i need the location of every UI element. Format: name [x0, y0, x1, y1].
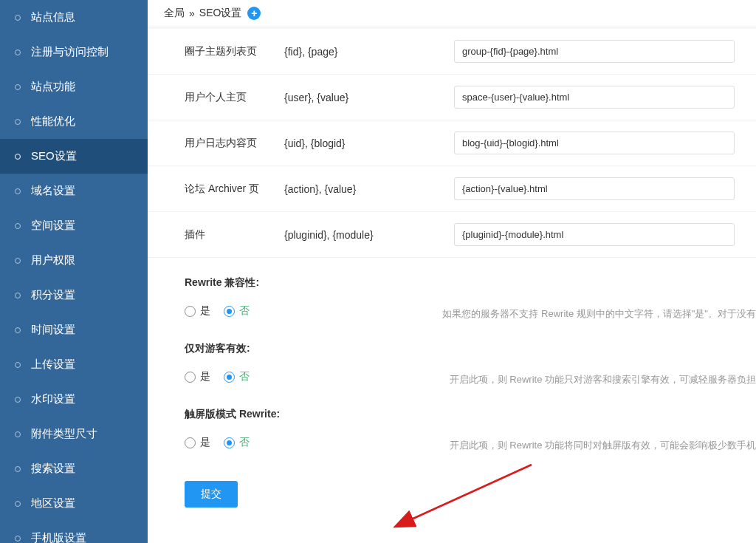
sidebar-item-3[interactable]: 性能优化 — [0, 104, 148, 139]
radio-guest-no[interactable]: 否 — [224, 370, 250, 383]
row-input-0[interactable] — [454, 40, 735, 63]
bullet-icon — [15, 293, 21, 298]
bullet-icon — [15, 119, 21, 125]
row-vars: {user}, {value} — [284, 92, 454, 103]
svg-line-1 — [410, 465, 532, 520]
radio-icon — [224, 306, 235, 317]
table-row: 论坛 Archiver 页{action}, {value} — [148, 166, 756, 212]
help-guest: 开启此项，则 Rewrite 功能只对游客和搜索引擎有效，可减轻服务器负担 — [450, 373, 756, 386]
row-label: 插件 — [185, 228, 284, 242]
sidebar-item-0[interactable]: 站点信息 — [0, 0, 148, 35]
help-compat: 如果您的服务器不支持 Rewrite 规则中的中文字符，请选择"是"。对于没有 — [442, 307, 756, 321]
sidebar-item-7[interactable]: 用户权限 — [0, 243, 148, 278]
bullet-icon — [15, 536, 21, 542]
sidebar-item-9[interactable]: 时间设置 — [0, 313, 148, 347]
bullet-icon — [15, 84, 21, 90]
sidebar-item-5[interactable]: 域名设置 — [0, 174, 148, 208]
sidebar-item-label: 域名设置 — [31, 184, 75, 198]
section-touch-title: 触屏版模式 Rewrite: — [185, 408, 756, 421]
radio-compat-yes[interactable]: 是 — [185, 304, 210, 318]
bullet-icon — [15, 154, 21, 160]
section-guest-title: 仅对游客有效: — [185, 342, 756, 355]
row-label: 圈子主题列表页 — [185, 45, 284, 58]
arrow-annotation-icon — [391, 457, 539, 539]
section-guest: 仅对游客有效: 是 否 开启此项，则 Rewrite 功能只对游客和搜索引擎有效… — [148, 324, 756, 389]
sidebar-item-label: 站点功能 — [31, 80, 75, 94]
sidebar-item-8[interactable]: 积分设置 — [0, 278, 148, 313]
table-row: 插件{pluginid}, {module} — [148, 212, 756, 258]
sidebar-item-13[interactable]: 搜索设置 — [0, 451, 148, 486]
bullet-icon — [15, 362, 21, 368]
sidebar-item-label: 空间设置 — [31, 219, 75, 233]
breadcrumb-separator: » — [189, 7, 195, 19]
submit-button[interactable]: 提交 — [185, 481, 238, 508]
row-vars: {pluginid}, {module} — [284, 229, 454, 241]
row-label: 用户个人主页 — [185, 91, 284, 104]
radio-icon — [185, 437, 196, 448]
section-compat: Rewrite 兼容性: 是 否 如果您的服务器不支持 Rewrite 规则中的… — [148, 258, 756, 324]
row-input-3[interactable] — [454, 177, 735, 200]
sidebar-item-4[interactable]: SEO设置 — [0, 139, 148, 174]
bullet-icon — [15, 49, 21, 55]
bullet-icon — [15, 501, 21, 507]
main: 全局 » SEO设置 + 圈子主题列表页{fid}, {page}用户个人主页{… — [148, 0, 756, 543]
breadcrumb-part1: 全局 — [164, 7, 185, 20]
radio-icon — [185, 306, 196, 317]
table-row: 用户个人主页{user}, {value} — [148, 75, 756, 120]
section-touch: 触屏版模式 Rewrite: 是 否 开启此项，则 Rewrite 功能将同时对… — [148, 389, 756, 455]
table-row: 用户日志内容页{uid}, {blogid} — [148, 120, 756, 166]
sidebar-item-10[interactable]: 上传设置 — [0, 347, 148, 382]
table-row: 圈子主题列表页{fid}, {page} — [148, 29, 756, 75]
sidebar: 站点信息注册与访问控制站点功能性能优化SEO设置域名设置空间设置用户权限积分设置… — [0, 0, 148, 543]
bullet-icon — [15, 188, 21, 194]
breadcrumb: 全局 » SEO设置 + — [148, 0, 756, 27]
bullet-icon — [15, 15, 21, 21]
sidebar-item-label: 用户权限 — [31, 253, 75, 267]
sidebar-item-15[interactable]: 手机版设置 — [0, 521, 148, 543]
bullet-icon — [15, 466, 21, 472]
sidebar-item-label: 附件类型尺寸 — [31, 427, 97, 441]
sidebar-item-label: 性能优化 — [31, 115, 75, 129]
radio-icon — [224, 372, 235, 383]
sidebar-item-label: 手机版设置 — [31, 531, 86, 543]
bullet-icon — [15, 258, 21, 264]
row-input-1[interactable] — [454, 86, 735, 109]
help-touch: 开启此项，则 Rewrite 功能将同时对触屏版有效，可能会影响极少数手机 — [450, 439, 756, 452]
sidebar-item-label: 站点信息 — [31, 10, 75, 24]
radio-touch-yes[interactable]: 是 — [185, 436, 210, 449]
content: 圈子主题列表页{fid}, {page}用户个人主页{user}, {value… — [148, 29, 756, 543]
row-input-4[interactable] — [454, 223, 735, 246]
radio-guest-yes[interactable]: 是 — [185, 370, 210, 383]
bullet-icon — [15, 327, 21, 333]
row-label: 用户日志内容页 — [185, 137, 284, 150]
bullet-icon — [15, 431, 21, 437]
sidebar-item-label: 水印设置 — [31, 392, 75, 406]
plus-icon[interactable]: + — [247, 7, 261, 20]
radio-compat-no[interactable]: 否 — [224, 304, 250, 318]
row-vars: {action}, {value} — [284, 183, 454, 195]
sidebar-item-label: SEO设置 — [31, 149, 77, 163]
bullet-icon — [15, 397, 21, 403]
sidebar-item-label: 时间设置 — [31, 323, 75, 337]
bullet-icon — [15, 223, 21, 229]
radio-icon — [224, 437, 235, 448]
sidebar-item-14[interactable]: 地区设置 — [0, 486, 148, 521]
sidebar-item-11[interactable]: 水印设置 — [0, 382, 148, 417]
radio-touch-no[interactable]: 否 — [224, 436, 250, 449]
sidebar-item-label: 上传设置 — [31, 358, 75, 372]
row-vars: {fid}, {page} — [284, 46, 454, 58]
row-input-2[interactable] — [454, 132, 735, 154]
breadcrumb-part2: SEO设置 — [199, 7, 242, 20]
sidebar-item-1[interactable]: 注册与访问控制 — [0, 35, 148, 69]
sidebar-item-2[interactable]: 站点功能 — [0, 69, 148, 104]
row-label: 论坛 Archiver 页 — [185, 182, 284, 196]
sidebar-item-label: 注册与访问控制 — [31, 45, 109, 59]
sidebar-item-label: 地区设置 — [31, 496, 75, 510]
section-compat-title: Rewrite 兼容性: — [185, 276, 756, 290]
sidebar-item-label: 搜索设置 — [31, 462, 75, 476]
sidebar-item-6[interactable]: 空间设置 — [0, 208, 148, 243]
sidebar-item-12[interactable]: 附件类型尺寸 — [0, 417, 148, 451]
row-vars: {uid}, {blogid} — [284, 137, 454, 149]
radio-icon — [185, 372, 196, 383]
sidebar-item-label: 积分设置 — [31, 288, 75, 302]
